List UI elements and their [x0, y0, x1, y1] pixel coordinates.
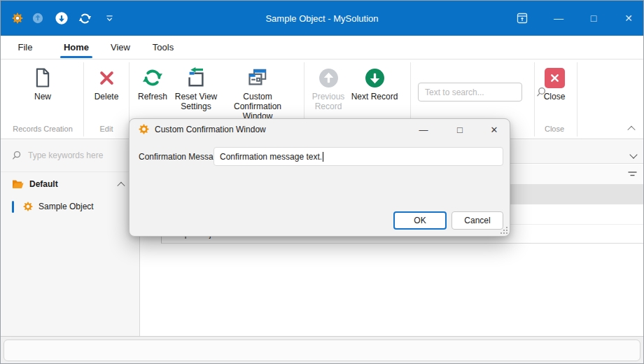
sidebar-search: [1, 146, 139, 165]
sidebar-search-input[interactable]: [28, 150, 139, 160]
group-separator: [534, 62, 535, 136]
reset-view-settings-label: Reset View Settings: [174, 92, 218, 111]
windows-icon: [247, 67, 268, 88]
close-window-button[interactable]: ✕: [618, 8, 639, 28]
delete-x-icon: [97, 69, 116, 88]
chevron-up-icon: [117, 182, 125, 190]
reset-view-icon: [186, 67, 206, 88]
ok-button[interactable]: OK: [393, 211, 447, 230]
new-document-icon: [34, 67, 52, 88]
status-panel: [4, 340, 640, 361]
gear-icon: [139, 124, 149, 134]
new-button-label: New: [15, 92, 71, 102]
custom-confirmation-window-button[interactable]: Custom Confirmation Window: [218, 65, 297, 121]
titlebar: Sample Object - MySolution — □ ✕: [1, 1, 643, 36]
dialog-minimize-button[interactable]: —: [415, 122, 432, 137]
previous-record-icon: [318, 68, 339, 88]
cancel-button[interactable]: Cancel: [451, 211, 503, 230]
next-record-button[interactable]: Next Record: [351, 65, 398, 102]
status-bar: [1, 336, 643, 364]
active-tab-indicator: [60, 56, 92, 58]
previous-record-button[interactable]: Previous Record: [309, 65, 348, 111]
text-caret: [323, 152, 323, 162]
dialog-close-button[interactable]: ✕: [486, 122, 503, 137]
ribbon-search-input[interactable]: [419, 88, 536, 97]
search-icon: [12, 150, 22, 160]
minimize-button[interactable]: —: [548, 8, 569, 28]
new-button[interactable]: New: [15, 65, 71, 102]
next-record-label: Next Record: [351, 92, 398, 102]
refresh-icon: [142, 67, 163, 88]
maximize-button[interactable]: □: [583, 8, 604, 28]
chevron-up-icon: [627, 126, 635, 134]
group-records-creation: Records Creation: [6, 125, 79, 133]
group-edit: Edit: [86, 125, 127, 133]
group-separator: [577, 62, 578, 136]
refresh-button-label: Refresh: [132, 92, 174, 102]
sidebar-item-label: Sample Object: [38, 202, 94, 211]
dialog-titlebar: Custom Confirmation Window — □ ✕: [130, 119, 510, 140]
dialog-maximize-button[interactable]: □: [451, 122, 468, 137]
sidebar-group-default[interactable]: Default: [1, 174, 139, 194]
tab-tools[interactable]: Tools: [146, 36, 180, 59]
delete-button[interactable]: Delete: [86, 65, 127, 102]
collapse-ribbon-button[interactable]: [626, 124, 637, 134]
sidebar-item-sample-object[interactable]: Sample Object: [1, 197, 139, 216]
resize-grip[interactable]: [501, 227, 507, 234]
navigation-sidebar: Default Sample Object: [1, 140, 140, 336]
ribbon-display-options-button[interactable]: [512, 8, 533, 28]
customize-columns-icon[interactable]: [627, 170, 638, 178]
tab-file[interactable]: File: [10, 36, 40, 59]
custom-confirmation-window-label: Custom Confirmation Window: [218, 92, 297, 121]
chevron-down-icon: [629, 150, 637, 158]
refresh-button[interactable]: Refresh: [132, 65, 174, 102]
group-close: Close: [536, 125, 573, 133]
custom-confirmation-dialog: Custom Confirmation Window — □ ✕ Confirm…: [129, 118, 510, 237]
folder-icon: [12, 179, 24, 189]
dialog-title: Custom Confirmation Window: [155, 119, 266, 140]
reset-view-settings-button[interactable]: Reset View Settings: [174, 65, 218, 111]
gear-icon: [23, 202, 33, 211]
input-text: Confirmation message text.: [220, 152, 322, 162]
close-view-button[interactable]: Close: [536, 65, 573, 102]
close-red-icon: [545, 68, 565, 88]
previous-record-label: Previous Record: [309, 92, 348, 111]
ribbon-display-options-icon: [517, 13, 528, 24]
confirmation-message-input[interactable]: Confirmation message text.: [214, 147, 503, 166]
sidebar-group-label: Default: [29, 179, 118, 189]
group-separator: [83, 62, 84, 136]
divider: [1, 172, 139, 172]
app-window: Sample Object - MySolution — □ ✕ File Ho…: [0, 0, 644, 364]
next-record-icon: [365, 68, 385, 88]
close-view-label: Close: [536, 92, 573, 102]
confirmation-message-label: Confirmation Message:: [139, 152, 225, 162]
delete-button-label: Delete: [86, 92, 127, 102]
window-title: Sample Object - MySolution: [1, 1, 643, 36]
ribbon-tabstrip: File Home View Tools: [1, 36, 643, 59]
selection-accent-bar: [12, 201, 14, 213]
tab-view[interactable]: View: [106, 36, 135, 59]
ribbon-search-box: [418, 83, 522, 102]
